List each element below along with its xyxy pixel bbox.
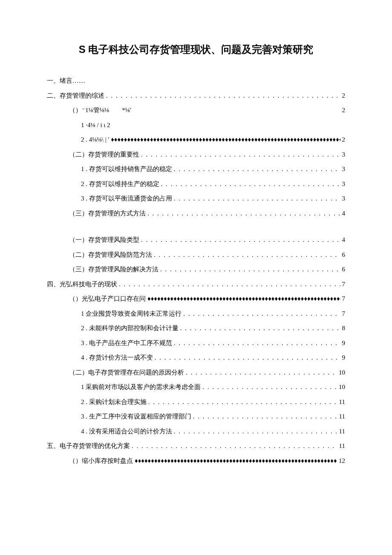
toc-page-number: 3 (342, 162, 346, 177)
toc-leader: . . . . . . . . . . . . . . . . . . . . … (174, 162, 340, 177)
toc-label: 2 . 未能科学的内部控制和会计计量 (81, 321, 179, 336)
toc-label: 1 企业囤货导致资金周转未正常运行 (81, 306, 182, 321)
toc-label: （一）存货管理风险类型 (69, 232, 139, 247)
toc-page-number: 12 (339, 453, 345, 468)
toc-page-number: 2 (342, 132, 346, 147)
toc-leader: . . . . . . . . . . . . . . . . . . . . … (141, 232, 340, 247)
toc-entry: 2 . 存货可以维持生产的稳定 . . . . . . . . . . . . … (47, 177, 345, 192)
toc-page-number: 10 (339, 365, 345, 380)
toc-entry: （）缩小库存按时盘点♦♦♦♦♦♦♦♦♦♦♦♦♦♦♦♦♦♦♦♦♦♦♦♦♦♦♦♦♦♦… (47, 453, 345, 468)
toc-entry: 1 . 存货可以维持销售产品的稳定 . . . . . . . . . . . … (47, 162, 345, 177)
toc-entry: 一、绪言……. (47, 73, 345, 88)
toc-label: 二、存货管理的综述 (47, 88, 104, 103)
toc-entry: 1 采购前对市场以及客户的需求未考虑全面 . . . . . . . . . .… (47, 380, 345, 395)
toc-label: 一、绪言…… (47, 73, 85, 88)
toc-entry: （二）电子存货管理存在问题的原因分析 . . . . . . . . . . .… (47, 365, 345, 380)
toc-label: （三）存货管理风险的解决方法 (69, 262, 159, 277)
toc-entry: 二、存货管理的综述 . . . . . . . . . . . . . . . … (47, 88, 345, 103)
toc-label: 1 . 存货可以维持销售产品的稳定 (81, 162, 172, 177)
toc-leader: ♦♦♦♦♦♦♦♦♦♦♦♦♦♦♦♦♦♦♦♦♦♦♦♦♦♦♦♦♦♦♦♦♦♦♦♦♦♦♦♦… (147, 291, 340, 306)
toc-entry: 2 . 4⅛⅛\ | '♦♦♦♦♦♦♦♦♦♦♦♦♦♦♦♦♦♦♦♦♦♦♦♦♦♦♦♦… (47, 132, 345, 147)
toc-page-number: 3 (342, 191, 346, 206)
toc-leader: . . . . . . . . . . . . . . . . . . . . … (174, 191, 340, 206)
toc-page-number: 9 (342, 336, 346, 351)
toc-leader: ♦♦♦♦♦♦♦♦♦♦♦♦♦♦♦♦♦♦♦♦♦♦♦♦♦♦♦♦♦♦♦♦♦♦♦♦♦♦♦♦… (111, 132, 340, 147)
toc-label: 2 . 4⅛⅛\ | ' (81, 132, 109, 147)
toc-entry: 四、光弘科技电子的现状 . . . . . . . . . . . . . . … (47, 277, 345, 292)
toc-entry: 3 . 生产工序中没有设置相应的管理部门 . . . . . . . . . .… (47, 409, 345, 424)
toc-page-number: 4 (342, 206, 346, 221)
toc-page-number: 6 (342, 262, 346, 277)
toc-label: 五、电子存货管理的优化方案 (47, 439, 130, 453)
toc-page-number: 3 (342, 177, 346, 192)
toc-page-number: 11 (339, 409, 345, 424)
toc-label: 3 . 电子产品在生产中工序不规范 (81, 336, 172, 351)
toc-leader: . . . . . . . . . . . . . . . . . . . . … (141, 147, 340, 162)
toc-leader: . . . . . . . . . . . . . . . . . . . . … (186, 365, 337, 380)
toc-leader: . . . . . . . . . . . . . . . . . . . . … (132, 439, 337, 453)
toc-page-number: 7 (342, 306, 346, 321)
table-of-contents: 一、绪言…….二、存货管理的综述 . . . . . . . . . . . .… (47, 73, 345, 468)
document-page: S 电子科技公司存货管理现状、问题及完善对策研究 一、绪言…….二、存货管理的综… (0, 0, 392, 555)
toc-entry: 2 . 采购计划未合理实施 . . . . . . . . . . . . . … (47, 395, 345, 410)
toc-label: 3 . 生产工序中没有设置相应的管理部门 (81, 409, 191, 424)
toc-leader: . . . . . . . . . . . . . . . . . . . . … (155, 350, 340, 365)
toc-page-number: 11 (339, 439, 345, 453)
toc-label: （）光弘电子产口口存在问 (69, 291, 146, 306)
toc-page-number: 11 (339, 395, 345, 410)
toc-page-number: 7 (342, 291, 346, 306)
toc-page-number: 4 (342, 232, 346, 247)
toc-label: （二）存货管理的重要性 (69, 147, 139, 162)
toc-label: 四、光弘科技电子的现状 (47, 277, 117, 292)
toc-page-number: 9 (342, 350, 346, 365)
toc-entry: 4 . 存货计价方法一成不变 . . . . . . . . . . . . .… (47, 350, 345, 365)
document-title: S 电子科技公司存货管理现状、问题及完善对策研究 (47, 43, 345, 56)
toc-label: （）缩小库存按时盘点 (69, 453, 133, 468)
toc-entry: （二）存货管理风险防范方法 . . . . . . . . . . . . . … (47, 247, 345, 262)
toc-label: 1 采购前对市场以及客户的需求未考虑全面 (81, 380, 201, 395)
toc-label: （二）存货管理风险防范方法 (69, 247, 152, 262)
toc-page-number: 11 (339, 424, 345, 439)
toc-page-number: 3 (342, 147, 346, 162)
toc-entry: 3 . 存货可以平衡流通货金的占用 . . . . . . . . . . . … (47, 191, 345, 206)
toc-leader: . . . . . . . . . . . . . . . . . . . . … (119, 277, 340, 292)
toc-page-number: 2 (342, 88, 346, 103)
toc-entry: （二）存货管理的重要性 . . . . . . . . . . . . . . … (47, 147, 345, 162)
toc-page-number: 2 (342, 103, 346, 118)
toc-leader: . . . . . . . . . . . . . . . . . . . . … (106, 88, 340, 103)
toc-leader: . . . . . . . . . . . . . . . . . . . . … (183, 306, 340, 321)
toc-leader: . . . . . . . . . . . . . . . . . . . . … (174, 424, 337, 439)
toc-leader: . . . . . . . . . . . . . . . . . . . . … (180, 321, 340, 336)
toc-entry: （一）存货管理风险类型 . . . . . . . . . . . . . . … (47, 232, 345, 247)
toc-leader: . . . . . . . . . . . . . . . . . . . . … (160, 262, 340, 277)
toc-entry: （）⁻1⅛管⅛⅛ *⅛'2 (47, 103, 345, 118)
toc-label: 4 . 没有采用适合公司的计价方法 (81, 424, 172, 439)
toc-label: 1 ·4⅛ / i ι 2 (81, 118, 110, 133)
toc-leader: . . . . . . . . . . . . . . . . . . . . … (154, 247, 340, 262)
toc-leader: . . . . . . . . . . . . . . . . . . . . … (148, 395, 337, 410)
toc-entry: （三）存货管理的方式方法 . . . . . . . . . . . . . .… (47, 206, 345, 221)
toc-label: 2 . 存货可以维持生产的稳定 (81, 177, 159, 192)
toc-entry: 1 ·4⅛ / i ι 2. (47, 118, 345, 133)
toc-leader: ♦♦♦♦♦♦♦♦♦♦♦♦♦♦♦♦♦♦♦♦♦♦♦♦♦♦♦♦♦♦♦♦♦♦♦♦♦♦♦♦… (135, 453, 337, 468)
toc-page-number: 6 (342, 247, 346, 262)
toc-leader: . . . . . . . . . . . . . . . . . . . . … (161, 177, 340, 192)
toc-gap (47, 221, 345, 232)
toc-leader: . . . . . . . . . . . . . . . . . . . . … (202, 380, 337, 395)
toc-label: 2 . 采购计划未合理实施 (81, 395, 147, 410)
toc-entry: （）光弘电子产口口存在问♦♦♦♦♦♦♦♦♦♦♦♦♦♦♦♦♦♦♦♦♦♦♦♦♦♦♦♦… (47, 291, 345, 306)
toc-page-number: 7 (342, 277, 346, 292)
toc-label: （）⁻1⅛管⅛⅛ *⅛' (69, 103, 131, 118)
toc-leader: . . . . . . . . . . . . . . . . . . . . … (174, 336, 340, 351)
toc-label: （三）存货管理的方式方法 (69, 206, 146, 221)
toc-label: 3 . 存货可以平衡流通货金的占用 (81, 191, 172, 206)
toc-label: （二）电子存货管理存在问题的原因分析 (69, 365, 184, 380)
toc-entry: 2 . 未能科学的内部控制和会计计量 . . . . . . . . . . .… (47, 321, 345, 336)
toc-page-number: 8 (342, 321, 346, 336)
toc-leader: . . . . . . . . . . . . . . . . . . . . … (147, 206, 340, 221)
toc-entry: 五、电子存货管理的优化方案 . . . . . . . . . . . . . … (47, 439, 345, 453)
toc-leader: . . . . . . . . . . . . . . . . . . . . … (193, 409, 337, 424)
toc-page-number: 10 (339, 380, 345, 395)
toc-entry: （三）存货管理风险的解决方法 . . . . . . . . . . . . .… (47, 262, 345, 277)
toc-entry: 1 企业囤货导致资金周转未正常运行 . . . . . . . . . . . … (47, 306, 345, 321)
